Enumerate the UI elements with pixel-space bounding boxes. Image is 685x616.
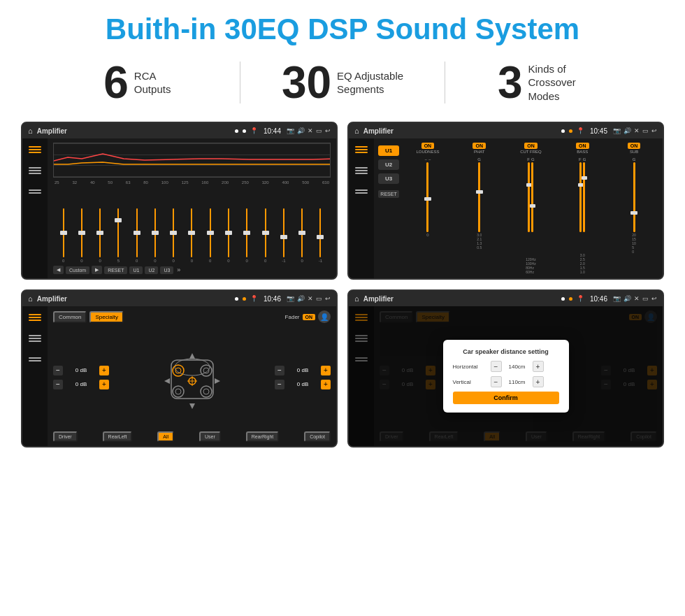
volume-icon: 🔊 bbox=[297, 127, 305, 134]
svg-point-4 bbox=[201, 365, 212, 376]
home-icon-3: ⌂ bbox=[28, 294, 33, 303]
stat-rca-label: RCAOutputs bbox=[134, 69, 171, 96]
common-tab[interactable]: Common bbox=[53, 311, 87, 323]
stats-row: 6 RCAOutputs 30 EQ AdjustableSegments 3 … bbox=[0, 53, 685, 115]
svg-marker-13 bbox=[189, 353, 195, 359]
svg-point-2 bbox=[173, 365, 184, 376]
bass-toggle[interactable]: ON bbox=[576, 143, 589, 149]
minus-btn-2[interactable]: − bbox=[53, 380, 63, 389]
vertical-value: 110cm bbox=[505, 379, 530, 385]
sub-toggle[interactable]: ON bbox=[628, 143, 641, 149]
eq-slider-14: 0 bbox=[293, 208, 310, 263]
eq-u1-btn[interactable]: U1 bbox=[129, 266, 143, 274]
distance-time: 10:46 bbox=[590, 295, 607, 303]
fader-topbar-icons: 📍 10:46 📷 🔊 ✕ ▭ ↩ bbox=[250, 295, 331, 303]
eq-icon-2 bbox=[354, 144, 369, 155]
distance-body: Common Specialty ON 👤 − 0 dB + − bbox=[349, 306, 663, 446]
presets-controls: ON LOUDNESS ON PHAT ON CUT FREQ ON bbox=[403, 143, 658, 274]
presets-content: U1 U2 U3 RESET ON LOUDNESS bbox=[374, 138, 663, 278]
close-icon-4: ✕ bbox=[634, 295, 640, 302]
eq-screen: ⌂ Amplifier 📍 10:44 📷 🔊 ✕ ▭ ↩ bbox=[21, 122, 338, 280]
horizontal-plus[interactable]: + bbox=[533, 361, 544, 372]
driver-btn[interactable]: Driver bbox=[53, 431, 78, 442]
distance-screen: ⌂ Amplifier 📍 10:46 📷 🔊 ✕ ▭ ↩ bbox=[347, 289, 664, 447]
presets-title: Amplifier bbox=[363, 127, 394, 135]
eq-play-btn[interactable]: ▶ bbox=[92, 266, 102, 274]
fader-content: Common Specialty Fader ON 👤 − 0 dB + bbox=[48, 306, 336, 446]
minus-btn-4[interactable]: − bbox=[275, 380, 284, 389]
stat-divider-2 bbox=[445, 62, 445, 103]
status-dot-7 bbox=[561, 297, 565, 301]
camera-icon: 📷 bbox=[287, 127, 294, 134]
fader-toggle[interactable]: ON bbox=[303, 314, 316, 320]
eq-reset-btn[interactable]: RESET bbox=[104, 266, 127, 274]
plus-btn-3[interactable]: + bbox=[321, 366, 331, 375]
eq-u3-btn[interactable]: U3 bbox=[160, 266, 173, 274]
plus-btn-2[interactable]: + bbox=[99, 380, 109, 389]
minus-btn-1[interactable]: − bbox=[53, 366, 63, 375]
db-row-4: − 0 dB + bbox=[275, 380, 331, 389]
confirm-button[interactable]: Confirm bbox=[453, 392, 559, 404]
wave-icon-3 bbox=[27, 333, 43, 344]
svg-point-7 bbox=[175, 389, 181, 394]
eq-custom-btn[interactable]: Custom bbox=[66, 266, 89, 274]
sub-label: SUB bbox=[630, 150, 638, 154]
phat-slider: G 3.02.11.30.5 bbox=[455, 157, 504, 274]
close-icon: ✕ bbox=[308, 127, 313, 134]
eq-body: 2532405063 80100125160200 25032040050063… bbox=[22, 138, 336, 278]
minus-btn-3[interactable]: − bbox=[275, 366, 284, 375]
vertical-minus[interactable]: − bbox=[491, 376, 502, 387]
stat-divider-1 bbox=[240, 62, 240, 103]
topbar-icons: 📍 10:44 📷 🔊 ✕ ▭ ↩ bbox=[250, 127, 331, 135]
all-btn[interactable]: All bbox=[157, 431, 174, 442]
rearleft-btn[interactable]: RearLeft bbox=[103, 431, 133, 442]
loudness-toggle[interactable]: ON bbox=[421, 143, 435, 149]
stat-eq-label: EQ AdjustableSegments bbox=[337, 69, 403, 96]
preset-u2[interactable]: U2 bbox=[378, 159, 399, 170]
eq-title: Amplifier bbox=[37, 127, 67, 135]
specialty-tab[interactable]: Specialty bbox=[89, 311, 123, 323]
status-dot-1 bbox=[235, 129, 238, 133]
eq-u2-btn[interactable]: U2 bbox=[145, 266, 158, 274]
distance-topbar: ⌂ Amplifier 📍 10:46 📷 🔊 ✕ ▭ ↩ bbox=[349, 291, 663, 306]
cutfreq-label: CUT FREQ bbox=[520, 150, 542, 154]
status-dot-6 bbox=[243, 297, 246, 301]
plus-btn-1[interactable]: + bbox=[99, 366, 109, 375]
vertical-plus[interactable]: + bbox=[533, 376, 544, 387]
status-dot-4 bbox=[569, 129, 572, 133]
back-icon: ↩ bbox=[325, 127, 331, 134]
toggle-row: ON LOUDNESS ON PHAT ON CUT FREQ ON bbox=[403, 143, 658, 154]
phat-label: PHAT bbox=[474, 150, 485, 154]
db-row-3: − 0 dB + bbox=[275, 366, 331, 375]
sliders-area: ~~ 0 G bbox=[403, 157, 658, 274]
stat-eq-number: 30 bbox=[282, 60, 331, 105]
rearright-btn[interactable]: RearRight bbox=[246, 431, 280, 442]
eq-sliders: 0 0 0 bbox=[53, 187, 331, 263]
db-row-1: − 0 dB + bbox=[53, 366, 109, 375]
location-icon-4: 📍 bbox=[577, 295, 584, 302]
copilot-btn[interactable]: Copilot bbox=[304, 431, 331, 442]
user-btn[interactable]: User bbox=[199, 431, 221, 442]
stat-crossover: 3 Kinds ofCrossover Modes bbox=[452, 60, 643, 105]
eq-slider-15: -1 bbox=[312, 208, 329, 263]
eq-slider-13: -1 bbox=[275, 208, 292, 263]
reset-btn-small[interactable]: RESET bbox=[378, 190, 399, 198]
plus-btn-4[interactable]: + bbox=[321, 380, 331, 389]
preset-u3[interactable]: U3 bbox=[378, 173, 399, 184]
presets-sidebar bbox=[349, 138, 374, 278]
stat-rca-number: 6 bbox=[103, 60, 129, 105]
presets-topbar: ⌂ Amplifier 📍 10:45 📷 🔊 ✕ ▭ ↩ bbox=[349, 123, 663, 138]
cutfreq-toggle[interactable]: ON bbox=[524, 143, 538, 149]
preset-u1[interactable]: U1 bbox=[378, 145, 399, 156]
phat-toggle[interactable]: ON bbox=[473, 143, 486, 149]
back-icon-3: ↩ bbox=[325, 295, 331, 302]
location-icon: 📍 bbox=[250, 127, 258, 134]
svg-marker-14 bbox=[189, 403, 195, 409]
svg-marker-16 bbox=[215, 378, 220, 384]
horizontal-minus[interactable]: − bbox=[491, 361, 502, 372]
fader-main: − 0 dB + − 0 dB + bbox=[53, 326, 331, 429]
speaker-icon-3 bbox=[27, 354, 43, 365]
back-icon-2: ↩ bbox=[651, 127, 657, 134]
eq-prev-btn[interactable]: ◀ bbox=[53, 266, 64, 274]
phat-ctrl: ON PHAT bbox=[455, 143, 504, 154]
